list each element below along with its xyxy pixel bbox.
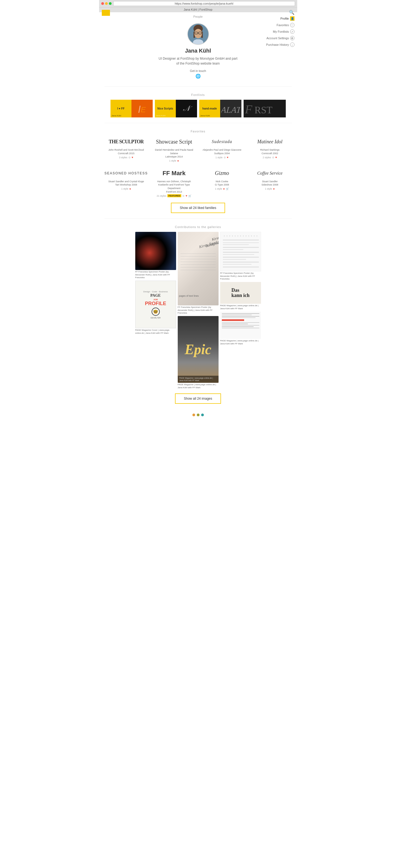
browser-title: Jana Kühl | FontShop — [99, 7, 297, 12]
fontlist-2-owner: Jana Kühl — [156, 115, 166, 117]
gallery-item-7[interactable]: PAGE Magazine | www.page-online.de | Jan… — [220, 312, 261, 345]
fav-font-sudestada[interactable]: Sudestada — [200, 136, 244, 147]
fav-font-gizmo[interactable]: Gizmo — [200, 168, 244, 179]
browser-chrome: https://www.fontshop.com/people/jana-kue… — [99, 0, 297, 7]
fav-designer-seasoned: Stuart Sandler and Crystal KlugeTart Wor… — [104, 180, 148, 187]
gallery-caption-2: FF Franziska Specimen Poster (by Alexand… — [178, 306, 219, 314]
fav-designer-coffee: Stuart SandlerSideshow 2008 — [248, 180, 292, 187]
fav-heart-ffmark[interactable]: ♥ — [186, 194, 187, 197]
fav-designer-sudestada: Alejandro Paul and Diego GiacconeSudtipo… — [200, 148, 244, 155]
fav-font-sculptor[interactable]: THE SCULPTOR — [104, 136, 148, 147]
gallery-item-5[interactable]: Epic PAGE Magazine | www.page-online.de … — [178, 316, 219, 389]
gallery-caption-1: FF Franziska Specimen Poster (by Alexand… — [135, 271, 176, 279]
svg-point-26 — [235, 236, 235, 237]
gallery-row-1: FF Franziska Specimen Poster (by Alexand… — [104, 232, 292, 389]
favorites-grid: THE SCULPTOR John Roshell and Scott McCl… — [104, 136, 292, 197]
fontlist-3-title: hand-made — [202, 107, 217, 110]
gallery-img-dots — [220, 232, 261, 271]
fav-heart-showcase[interactable]: ♥ — [177, 159, 179, 162]
fav-item-coffee: Coffee Service Stuart SandlerSideshow 20… — [248, 168, 292, 197]
fav-sample-ffmark[interactable]: ⊙ — [183, 194, 185, 197]
svg-text:I: I — [138, 104, 141, 115]
divider-1 — [104, 86, 292, 87]
bottom-dot-1[interactable] — [192, 413, 195, 416]
gallery-caption-4: PAGE Magazine Cover | www.page-online.de… — [135, 329, 176, 335]
fav-heart-sudestada[interactable]: ♥ — [227, 156, 229, 159]
fav-item-matinee: Matinee Idol Richard StarkingsComicraft … — [248, 136, 292, 162]
fontlist-card-2[interactable]: Nice Scripts 𝒩 Jana Kühl — [155, 100, 197, 117]
show-all-images-button[interactable]: Show all 24 images — [175, 394, 221, 404]
close-dot[interactable] — [101, 2, 104, 5]
fav-font-showcase[interactable]: Showcase Script — [153, 136, 196, 147]
globe-icon[interactable]: 🌐 — [104, 73, 292, 79]
profile-name: Jana Kühl — [104, 48, 292, 54]
svg-point-22 — [224, 236, 225, 237]
gallery-col-2: Kirsty Bandgloves pages of text lines — [178, 232, 219, 389]
fontlist-card-4[interactable]: F RST — [243, 100, 286, 117]
avatar — [187, 23, 209, 45]
fav-font-matinee[interactable]: Matinee Idol — [248, 136, 292, 147]
gallery-item-4[interactable]: Design · Code · Business PAGE JOB PROFIL… — [135, 281, 176, 335]
fav-designer-gizmo: Nick CookeG-Type 2008 — [200, 180, 244, 187]
gallery-caption-5: PAGE Magazine | www.page-online.de | Jan… — [178, 383, 219, 389]
gallery-item-6[interactable]: Daskann ich PAGE Magazine | www.page-onl… — [220, 282, 261, 310]
svg-point-32 — [251, 236, 252, 237]
fav-heart-coffee[interactable]: ♥ — [273, 187, 275, 190]
fontlist-1-owner: Jana Kühl — [111, 115, 121, 117]
fontlist-card-1[interactable]: I ♥ FF I E Jana Kühl — [110, 100, 153, 117]
fav-cart-ffmark[interactable]: 🛒 — [188, 194, 191, 197]
fav-designer-matinee: Richard StarkingsComicraft 2002 — [248, 148, 292, 155]
fav-sample-sudestada[interactable]: ⊙ — [224, 156, 226, 159]
fav-styles-showcase: 1 style ♥ — [153, 159, 196, 162]
url-bar[interactable]: https://www.fontshop.com/people/jana-kue… — [113, 1, 295, 6]
fav-styles-gizmo: 1 style ♥ 🛒 — [200, 187, 244, 190]
fav-styles-seasoned: 1 style ♥ — [104, 187, 148, 190]
featured-badge: FEATURED — [167, 194, 181, 197]
fontlist-3-owner: Jana Kühl — [200, 115, 210, 117]
fav-styles-sculptor: 3 styles ⊙ ♥ — [104, 156, 148, 159]
bottom-dot-2[interactable] — [197, 413, 199, 416]
svg-point-25 — [232, 236, 233, 237]
fav-designer-sculptor: John Roshell and Scott McCloudComicraft … — [104, 148, 148, 155]
gallery-col-1: FF Franziska Specimen Poster (by Alexand… — [135, 232, 176, 335]
bottom-dot-3[interactable] — [201, 413, 204, 416]
gallery-img-paper: Kirsty Bandgloves pages of text lines — [178, 232, 219, 305]
fav-designer-ffmark: Hannes von Döhren, Christoph Koeberlin a… — [153, 180, 196, 193]
fav-sample-matinee[interactable]: ⊙ — [272, 156, 274, 159]
fav-item-sudestada: Sudestada Alejandro Paul and Diego Giacc… — [200, 136, 244, 162]
fav-font-coffee[interactable]: Coffee Service — [248, 168, 292, 179]
fav-heart-gizmo[interactable]: ♥ — [223, 187, 225, 190]
fontlist-1-title: I ♥ FF — [117, 107, 125, 110]
svg-point-34 — [256, 236, 257, 237]
fav-sample-icon[interactable]: ⊙ — [128, 156, 131, 159]
maximize-dot[interactable] — [109, 2, 111, 5]
svg-text:Kirsty Randgloves: Kirsty Randgloves — [198, 238, 218, 249]
fontlist-card-3[interactable]: hand-made ALAT Jana Kühl — [199, 100, 241, 117]
svg-point-23 — [226, 236, 227, 237]
main-content: People — [99, 12, 297, 404]
profile-section: Jana Kühl UI Designer at FontShop by Mon… — [104, 21, 292, 84]
gallery-item-3[interactable]: FF Franziska Specimen Poster (by Alexand… — [220, 232, 261, 280]
fav-font-seasoned[interactable]: SEASONED HOSTESS — [104, 168, 148, 179]
fav-cart-gizmo[interactable]: 🛒 — [226, 187, 229, 190]
gallery-item-1[interactable]: FF Franziska Specimen Poster (by Alexand… — [135, 232, 176, 279]
gallery-item-2[interactable]: Kirsty Bandgloves pages of text lines — [178, 232, 219, 314]
fav-heart-seasoned[interactable]: ♥ — [130, 187, 131, 190]
svg-point-33 — [254, 236, 255, 237]
divider-3 — [104, 218, 292, 219]
favorites-header: Favorites — [104, 125, 292, 136]
gallery-img-page: Design · Code · Business PAGE JOB PROFIL… — [135, 281, 176, 328]
gallery-caption-7: PAGE Magazine | www.page-online.de | Jan… — [220, 339, 261, 345]
svg-text:F: F — [245, 103, 253, 116]
browser-dots — [101, 2, 111, 5]
contributions-header: Contributions to the galleries — [104, 221, 292, 232]
fav-heart-icon[interactable]: ♥ — [132, 156, 133, 159]
fav-font-ffmark[interactable]: FF Mark — [153, 168, 196, 179]
show-all-liked-button[interactable]: Show all 24 liked families — [171, 203, 225, 213]
fav-heart-matinee[interactable]: ♥ — [275, 156, 277, 159]
svg-text:ALAT: ALAT — [221, 105, 240, 115]
minimize-dot[interactable] — [105, 2, 108, 5]
fav-item-sculptor: THE SCULPTOR John Roshell and Scott McCl… — [104, 136, 148, 162]
svg-text:RST: RST — [255, 104, 272, 116]
svg-point-31 — [248, 236, 249, 237]
